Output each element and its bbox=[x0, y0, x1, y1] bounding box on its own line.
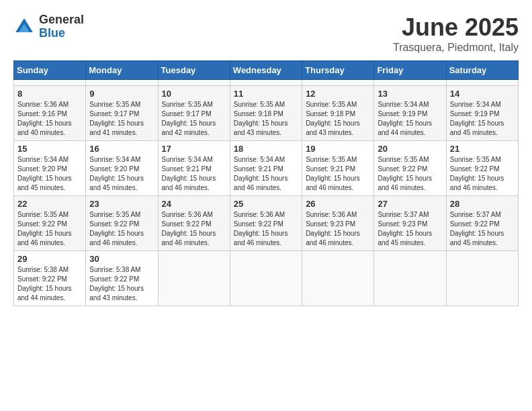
day-info: Sunrise: 5:36 AMSunset: 9:16 PMDaylight:… bbox=[17, 100, 82, 138]
day-info: Sunrise: 5:34 AMSunset: 9:21 PMDaylight:… bbox=[234, 155, 298, 193]
day-number: 17 bbox=[162, 144, 226, 154]
calendar-header-row: SundayMondayTuesdayWednesdayThursdayFrid… bbox=[14, 61, 519, 80]
calendar-day-cell: 14Sunrise: 5:34 AMSunset: 9:19 PMDayligh… bbox=[446, 86, 518, 141]
day-info: Sunrise: 5:35 AMSunset: 9:22 PMDaylight:… bbox=[89, 210, 154, 248]
day-number: 23 bbox=[89, 199, 154, 209]
logo-icon bbox=[13, 16, 35, 38]
calendar-day-cell: 23Sunrise: 5:35 AMSunset: 9:22 PMDayligh… bbox=[86, 196, 158, 251]
logo-blue: Blue bbox=[39, 27, 84, 40]
month-title: June 2025 bbox=[393, 13, 519, 42]
day-info: Sunrise: 5:35 AMSunset: 9:17 PMDaylight:… bbox=[89, 100, 154, 138]
calendar-day-cell: 24Sunrise: 5:36 AMSunset: 9:22 PMDayligh… bbox=[158, 196, 230, 251]
day-info: Sunrise: 5:34 AMSunset: 9:19 PMDaylight:… bbox=[378, 100, 442, 138]
calendar-day-cell bbox=[14, 80, 86, 86]
day-number: 12 bbox=[306, 89, 370, 99]
day-info: Sunrise: 5:34 AMSunset: 9:20 PMDaylight:… bbox=[89, 155, 154, 193]
calendar-col-header: Wednesday bbox=[230, 61, 302, 80]
calendar-week-row: 22Sunrise: 5:35 AMSunset: 9:22 PMDayligh… bbox=[14, 196, 519, 251]
logo-text: General Blue bbox=[39, 13, 84, 40]
day-info: Sunrise: 5:37 AMSunset: 9:22 PMDaylight:… bbox=[450, 210, 515, 248]
calendar-day-cell bbox=[230, 80, 302, 86]
calendar-day-cell bbox=[446, 251, 518, 306]
calendar-day-cell bbox=[374, 80, 446, 86]
calendar-col-header: Tuesday bbox=[158, 61, 230, 80]
title-area: June 2025 Trasquera, Piedmont, Italy bbox=[393, 13, 519, 54]
calendar-day-cell: 30Sunrise: 5:38 AMSunset: 9:22 PMDayligh… bbox=[86, 251, 158, 306]
day-info: Sunrise: 5:35 AMSunset: 9:22 PMDaylight:… bbox=[17, 210, 82, 248]
day-info: Sunrise: 5:35 AMSunset: 9:21 PMDaylight:… bbox=[306, 155, 370, 193]
day-info: Sunrise: 5:34 AMSunset: 9:20 PMDaylight:… bbox=[17, 155, 82, 193]
calendar-day-cell bbox=[158, 80, 230, 86]
calendar-table: SundayMondayTuesdayWednesdayThursdayFrid… bbox=[13, 60, 519, 306]
day-info: Sunrise: 5:34 AMSunset: 9:21 PMDaylight:… bbox=[162, 155, 226, 193]
day-number: 10 bbox=[162, 89, 226, 99]
calendar-day-cell bbox=[302, 80, 374, 86]
day-number: 18 bbox=[234, 144, 298, 154]
calendar-day-cell: 27Sunrise: 5:37 AMSunset: 9:23 PMDayligh… bbox=[374, 196, 446, 251]
day-number: 24 bbox=[162, 199, 226, 209]
page-header: General Blue June 2025 Trasquera, Piedmo… bbox=[13, 13, 519, 54]
calendar-day-cell: 21Sunrise: 5:35 AMSunset: 9:22 PMDayligh… bbox=[446, 141, 518, 196]
calendar-body: 8Sunrise: 5:36 AMSunset: 9:16 PMDaylight… bbox=[14, 80, 519, 306]
day-number: 14 bbox=[450, 89, 515, 99]
day-number: 30 bbox=[89, 254, 154, 264]
day-info: Sunrise: 5:36 AMSunset: 9:23 PMDaylight:… bbox=[306, 210, 370, 248]
calendar-day-cell: 19Sunrise: 5:35 AMSunset: 9:21 PMDayligh… bbox=[302, 141, 374, 196]
calendar-day-cell bbox=[230, 251, 302, 306]
day-number: 15 bbox=[17, 144, 82, 154]
day-number: 8 bbox=[17, 89, 82, 99]
calendar-day-cell: 16Sunrise: 5:34 AMSunset: 9:20 PMDayligh… bbox=[86, 141, 158, 196]
day-number: 22 bbox=[17, 199, 82, 209]
day-info: Sunrise: 5:35 AMSunset: 9:18 PMDaylight:… bbox=[306, 100, 370, 138]
calendar-day-cell: 17Sunrise: 5:34 AMSunset: 9:21 PMDayligh… bbox=[158, 141, 230, 196]
day-number: 19 bbox=[306, 144, 370, 154]
logo-general: General bbox=[39, 13, 84, 27]
logo: General Blue bbox=[13, 13, 84, 40]
calendar-day-cell bbox=[302, 251, 374, 306]
calendar-col-header: Thursday bbox=[302, 61, 374, 80]
day-info: Sunrise: 5:34 AMSunset: 9:19 PMDaylight:… bbox=[450, 100, 515, 138]
day-info: Sunrise: 5:38 AMSunset: 9:22 PMDaylight:… bbox=[17, 265, 82, 303]
day-number: 21 bbox=[450, 144, 515, 154]
calendar-week-row: 8Sunrise: 5:36 AMSunset: 9:16 PMDaylight… bbox=[14, 86, 519, 141]
day-number: 16 bbox=[89, 144, 154, 154]
calendar-day-cell: 22Sunrise: 5:35 AMSunset: 9:22 PMDayligh… bbox=[14, 196, 86, 251]
calendar-day-cell: 11Sunrise: 5:35 AMSunset: 9:18 PMDayligh… bbox=[230, 86, 302, 141]
calendar-day-cell: 20Sunrise: 5:35 AMSunset: 9:22 PMDayligh… bbox=[374, 141, 446, 196]
calendar-day-cell bbox=[374, 251, 446, 306]
calendar-day-cell: 15Sunrise: 5:34 AMSunset: 9:20 PMDayligh… bbox=[14, 141, 86, 196]
calendar-day-cell: 12Sunrise: 5:35 AMSunset: 9:18 PMDayligh… bbox=[302, 86, 374, 141]
calendar-col-header: Monday bbox=[86, 61, 158, 80]
calendar-day-cell: 13Sunrise: 5:34 AMSunset: 9:19 PMDayligh… bbox=[374, 86, 446, 141]
calendar-day-cell: 25Sunrise: 5:36 AMSunset: 9:22 PMDayligh… bbox=[230, 196, 302, 251]
calendar-day-cell: 18Sunrise: 5:34 AMSunset: 9:21 PMDayligh… bbox=[230, 141, 302, 196]
day-number: 20 bbox=[378, 144, 442, 154]
day-info: Sunrise: 5:35 AMSunset: 9:18 PMDaylight:… bbox=[234, 100, 298, 138]
day-info: Sunrise: 5:35 AMSunset: 9:22 PMDaylight:… bbox=[450, 155, 515, 193]
calendar-col-header: Friday bbox=[374, 61, 446, 80]
day-number: 27 bbox=[378, 199, 442, 209]
calendar-day-cell bbox=[158, 251, 230, 306]
calendar-week-row: 29Sunrise: 5:38 AMSunset: 9:22 PMDayligh… bbox=[14, 251, 519, 306]
location-title: Trasquera, Piedmont, Italy bbox=[393, 42, 519, 54]
day-info: Sunrise: 5:36 AMSunset: 9:22 PMDaylight:… bbox=[234, 210, 298, 248]
day-info: Sunrise: 5:35 AMSunset: 9:22 PMDaylight:… bbox=[378, 155, 442, 193]
day-number: 13 bbox=[378, 89, 442, 99]
calendar-col-header: Sunday bbox=[14, 61, 86, 80]
calendar-week-row bbox=[14, 80, 519, 86]
day-number: 25 bbox=[234, 199, 298, 209]
calendar-day-cell: 9Sunrise: 5:35 AMSunset: 9:17 PMDaylight… bbox=[86, 86, 158, 141]
day-number: 26 bbox=[306, 199, 370, 209]
day-number: 29 bbox=[17, 254, 82, 264]
calendar-day-cell bbox=[446, 80, 518, 86]
calendar-day-cell: 28Sunrise: 5:37 AMSunset: 9:22 PMDayligh… bbox=[446, 196, 518, 251]
day-number: 11 bbox=[234, 89, 298, 99]
calendar-day-cell: 8Sunrise: 5:36 AMSunset: 9:16 PMDaylight… bbox=[14, 86, 86, 141]
day-info: Sunrise: 5:35 AMSunset: 9:17 PMDaylight:… bbox=[162, 100, 226, 138]
day-number: 9 bbox=[89, 89, 154, 99]
calendar-week-row: 15Sunrise: 5:34 AMSunset: 9:20 PMDayligh… bbox=[14, 141, 519, 196]
day-info: Sunrise: 5:38 AMSunset: 9:22 PMDaylight:… bbox=[89, 265, 154, 303]
calendar-day-cell bbox=[86, 80, 158, 86]
calendar-day-cell: 29Sunrise: 5:38 AMSunset: 9:22 PMDayligh… bbox=[14, 251, 86, 306]
day-info: Sunrise: 5:37 AMSunset: 9:23 PMDaylight:… bbox=[378, 210, 442, 248]
